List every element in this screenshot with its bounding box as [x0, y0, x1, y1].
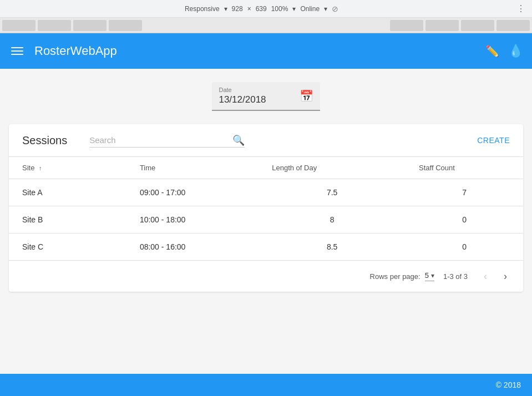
app-header: RosterWebApp ✏️ 💧	[0, 33, 532, 69]
cell-site-2: Site C	[9, 233, 126, 261]
app-footer: © 2018	[0, 374, 532, 396]
toolbar-btn-3[interactable]	[73, 20, 107, 31]
hamburger-line-3	[11, 54, 23, 55]
rows-per-page-select[interactable]: 5 ▾	[425, 271, 434, 281]
toolbar-btn-7[interactable]	[461, 20, 494, 31]
zoom-level[interactable]: 100%	[271, 5, 288, 13]
more-menu-button[interactable]: ⋮	[516, 3, 525, 14]
date-picker-content: Date 13/12/2018	[219, 87, 266, 105]
col-header-length[interactable]: Length of Day	[259, 157, 406, 179]
hamburger-menu-button[interactable]	[9, 45, 26, 57]
rows-count-value: 5	[425, 271, 429, 280]
online-status[interactable]: Online	[300, 5, 320, 13]
page-info: 1-3 of 3	[443, 272, 468, 281]
browser-bar: Responsive ▾ 928 × 639 100% ▾ Online ▾ ⊘…	[0, 0, 532, 18]
table-row[interactable]: Site C 08:00 - 16:00 8.5 0	[9, 233, 523, 261]
calendar-icon[interactable]: 📅	[300, 89, 313, 103]
toolbar-btn-6[interactable]	[425, 20, 459, 31]
table-row[interactable]: Site B 10:00 - 18:00 8 0	[9, 206, 523, 233]
date-picker-container: Date 13/12/2018 📅	[9, 82, 523, 111]
rows-per-page: Rows per page: 5 ▾	[370, 271, 434, 281]
water-drop-icon[interactable]: 💧	[508, 44, 523, 58]
table-header-row: Site ↑ Time Length of Day Staff Count	[9, 157, 523, 179]
cell-time-0: 09:00 - 17:00	[126, 179, 259, 206]
cell-time-1: 10:00 - 18:00	[126, 206, 259, 233]
edit-icon[interactable]: ✏️	[485, 44, 499, 58]
dropdown-icon[interactable]: ▾	[224, 5, 227, 13]
cell-staff-0: 7	[406, 179, 523, 206]
pagination-row: Rows per page: 5 ▾ 1-3 of 3 ‹ ›	[9, 260, 523, 292]
table-body: Site A 09:00 - 17:00 7.5 7 Site B 10:00 …	[9, 179, 523, 261]
search-icon: 🔍	[232, 134, 245, 146]
prev-page-button[interactable]: ‹	[477, 267, 494, 285]
hamburger-line-1	[11, 47, 23, 48]
search-input[interactable]	[89, 133, 245, 148]
dimension-separator: ×	[247, 5, 251, 13]
rows-per-page-label: Rows per page:	[370, 272, 420, 281]
cell-length-2: 8.5	[259, 233, 406, 261]
toolbar-btn-8[interactable]	[496, 20, 530, 31]
cell-site-1: Site B	[9, 206, 126, 233]
zoom-dropdown-icon[interactable]: ▾	[292, 5, 296, 13]
sessions-card: Sessions 🔍 CREATE Site ↑ Time Length of …	[9, 124, 523, 292]
cell-staff-2: 0	[406, 233, 523, 261]
app-title: RosterWebApp	[34, 44, 117, 58]
cell-length-1: 8	[259, 206, 406, 233]
hamburger-line-2	[11, 50, 23, 52]
header-right: ✏️ 💧	[485, 44, 523, 58]
stop-icon[interactable]: ⊘	[332, 4, 338, 13]
toolbar-btn-1[interactable]	[2, 20, 36, 31]
cell-site-0: Site A	[9, 179, 126, 206]
header-left: RosterWebApp	[9, 44, 117, 58]
col-header-site[interactable]: Site ↑	[9, 157, 126, 179]
rows-per-page-dropdown-icon[interactable]: ▾	[431, 272, 434, 280]
toolbar-btn-5[interactable]	[390, 20, 423, 31]
browser-width: 928	[232, 5, 243, 13]
date-value: 13/12/2018	[219, 94, 266, 105]
col-header-time[interactable]: Time	[126, 157, 259, 179]
cell-staff-1: 0	[406, 206, 523, 233]
browser-bar-center: Responsive ▾ 928 × 639 100% ▾ Online ▾ ⊘	[185, 4, 338, 13]
sessions-header: Sessions 🔍 CREATE	[9, 124, 523, 157]
search-container: 🔍	[89, 133, 245, 148]
cell-length-0: 7.5	[259, 179, 406, 206]
create-button[interactable]: CREATE	[477, 136, 510, 145]
responsive-label[interactable]: Responsive	[185, 5, 220, 13]
browser-toolbar	[0, 18, 532, 33]
sessions-title: Sessions	[22, 134, 67, 147]
table-row[interactable]: Site A 09:00 - 17:00 7.5 7	[9, 179, 523, 206]
cell-time-2: 08:00 - 16:00	[126, 233, 259, 261]
toolbar-btn-4[interactable]	[109, 20, 142, 31]
page-nav: ‹ ›	[477, 267, 514, 285]
sort-icon-site[interactable]: ↑	[39, 165, 42, 171]
date-label: Date	[219, 87, 266, 93]
footer-copyright: © 2018	[496, 380, 521, 389]
browser-height: 639	[256, 5, 267, 13]
status-dropdown-icon[interactable]: ▾	[324, 5, 327, 13]
sessions-table: Site ↑ Time Length of Day Staff Count Si…	[9, 157, 523, 260]
col-header-staff[interactable]: Staff Count	[406, 157, 523, 179]
toolbar-btn-2[interactable]	[38, 20, 71, 31]
main-content: Date 13/12/2018 📅 Sessions 🔍 CREATE Site	[0, 69, 532, 374]
date-picker[interactable]: Date 13/12/2018 📅	[212, 82, 320, 111]
table-header: Site ↑ Time Length of Day Staff Count	[9, 157, 523, 179]
next-page-button[interactable]: ›	[496, 267, 514, 285]
